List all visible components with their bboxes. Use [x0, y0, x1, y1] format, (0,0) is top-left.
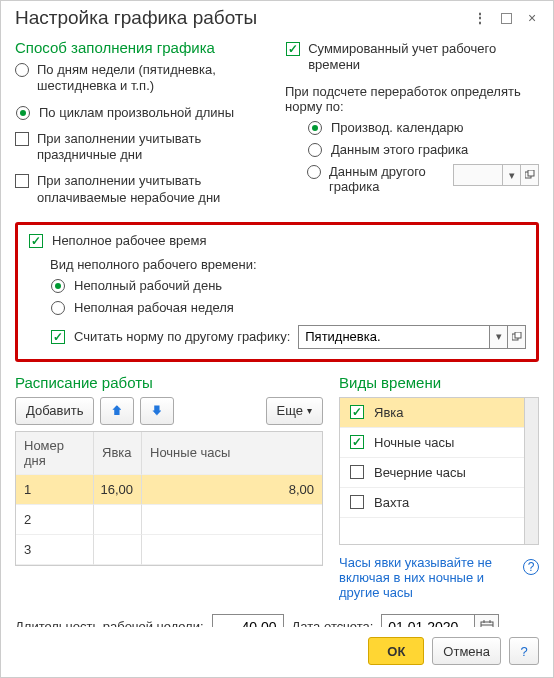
section-schedule: Расписание работы: [15, 374, 323, 391]
radio-norm-calendar[interactable]: Производ. календарю: [307, 120, 539, 136]
table-row[interactable]: 1 16,00 8,00: [16, 475, 322, 505]
kebab-icon[interactable]: ⋮: [469, 7, 491, 29]
checkbox-icon: [350, 405, 364, 419]
radio-label: Неполный рабочий день: [74, 278, 222, 294]
open-icon[interactable]: [521, 164, 539, 186]
close-icon[interactable]: ×: [521, 7, 543, 29]
col-day: Номер дня: [16, 432, 94, 475]
col-night: Ночные часы: [142, 432, 322, 475]
dropdown-icon[interactable]: ▾: [503, 164, 521, 186]
checkbox-icon: [51, 330, 65, 344]
radio-by-weekdays[interactable]: По дням недели (пятидневка, шестидневка …: [15, 62, 269, 95]
arrow-up-icon: 🡅: [111, 404, 123, 418]
move-up-button[interactable]: 🡅: [100, 397, 134, 425]
titlebar: Настройка графика работы ⋮ ×: [1, 1, 553, 31]
check-label: При заполнении учитывать оплачиваемые не…: [37, 173, 269, 206]
svg-rect-1: [528, 170, 534, 176]
maximize-icon[interactable]: [495, 7, 517, 29]
check-label: При заполнении учитывать праздничные дни: [37, 131, 269, 164]
ok-button[interactable]: ОК: [368, 637, 424, 665]
list-item[interactable]: Явка: [340, 398, 538, 428]
list-item[interactable]: Ночные часы: [340, 428, 538, 458]
checkbox-icon: [286, 42, 300, 56]
list-item[interactable]: Вахта: [340, 488, 538, 518]
norm-label: При подсчете переработок определять норм…: [285, 84, 539, 114]
arrow-down-icon: 🡇: [151, 404, 163, 418]
check-account-paid-nonwork[interactable]: При заполнении учитывать оплачиваемые не…: [15, 173, 269, 206]
radio-icon: [307, 165, 321, 179]
help-button[interactable]: ?: [509, 637, 539, 665]
check-summarized[interactable]: Суммированный учет рабочего времени: [285, 41, 539, 74]
add-button[interactable]: Добавить: [15, 397, 94, 425]
radio-icon: [308, 143, 322, 157]
week-length-label: Длительность рабочей недели:: [15, 619, 204, 627]
radio-icon: [15, 63, 29, 77]
col-att: Явка: [94, 432, 142, 475]
table-row[interactable]: 2: [16, 505, 322, 535]
list-item[interactable]: Вечерние часы: [340, 458, 538, 488]
week-length-input[interactable]: [212, 614, 284, 628]
radio-label: По дням недели (пятидневка, шестидневка …: [37, 62, 269, 95]
content: Способ заполнения графика По дням недели…: [1, 31, 553, 627]
more-button[interactable]: Еще▾: [266, 397, 323, 425]
checkbox-icon: [350, 465, 364, 479]
check-label: Неполное рабочее время: [52, 233, 206, 249]
radio-label: Производ. календарю: [331, 120, 464, 136]
help-icon[interactable]: ?: [523, 559, 539, 575]
checkbox-icon: [350, 495, 364, 509]
move-down-button[interactable]: 🡇: [140, 397, 174, 425]
calendar-icon[interactable]: [475, 614, 499, 628]
scrollbar[interactable]: [524, 398, 538, 544]
radio-part-week[interactable]: Неполная рабочая неделя: [50, 300, 526, 316]
radio-label: Данным другого графика: [329, 164, 447, 194]
radio-icon: [308, 121, 322, 135]
schedule-table[interactable]: Номер дня Явка Ночные часы 1 16,00 8,00 …: [15, 431, 323, 566]
start-date-input[interactable]: [381, 614, 475, 628]
checkbox-icon: [350, 435, 364, 449]
checkbox-icon: [15, 132, 29, 146]
radio-icon: [51, 301, 65, 315]
start-date-label: Дата отсчета:: [292, 619, 374, 627]
open-icon[interactable]: [508, 325, 526, 349]
time-types-list[interactable]: Явка Ночные часы Вечерние часы Вахта: [339, 397, 539, 545]
checkbox-icon: [29, 234, 43, 248]
parttime-group: Неполное рабочее время Вид неполного раб…: [15, 222, 539, 362]
radio-by-cycles[interactable]: По циклам произвольной длины: [15, 105, 269, 121]
chevron-down-icon: ▾: [307, 405, 312, 416]
check-parttime[interactable]: Неполное рабочее время: [28, 233, 526, 249]
svg-rect-3: [515, 332, 521, 338]
check-account-holidays[interactable]: При заполнении учитывать праздничные дни: [15, 131, 269, 164]
norm-other-input[interactable]: [298, 325, 490, 349]
radio-label: По циклам произвольной длины: [39, 105, 234, 121]
radio-icon: [51, 279, 65, 293]
dialog: Настройка графика работы ⋮ × Способ запо…: [0, 0, 554, 678]
footer: ОК Отмена ?: [1, 627, 553, 677]
check-label: Считать норму по другому графику:: [74, 329, 290, 344]
window-title: Настройка графика работы: [15, 7, 465, 29]
parttime-kind-label: Вид неполного рабочего времени:: [50, 257, 526, 272]
dropdown-icon[interactable]: ▾: [490, 325, 508, 349]
radio-label: Неполная рабочая неделя: [74, 300, 234, 316]
radio-label: Данным этого графика: [331, 142, 468, 158]
radio-part-day[interactable]: Неполный рабочий день: [50, 278, 526, 294]
cancel-button[interactable]: Отмена: [432, 637, 501, 665]
hint: Часы явки указывайте не включая в них но…: [339, 555, 539, 600]
radio-icon: [16, 106, 30, 120]
schedule-toolbar: Добавить 🡅 🡇 Еще▾: [15, 397, 323, 425]
section-fill-method: Способ заполнения графика: [15, 39, 269, 56]
other-schedule-picker[interactable]: ▾: [453, 164, 539, 186]
check-label: Суммированный учет рабочего времени: [308, 41, 539, 74]
checkbox-icon: [15, 174, 29, 188]
other-schedule-input[interactable]: [453, 164, 503, 186]
table-row[interactable]: 3: [16, 535, 322, 565]
norm-other-combo[interactable]: ▾: [298, 325, 526, 349]
section-time-types: Виды времени: [339, 374, 539, 391]
radio-norm-this-schedule[interactable]: Данным этого графика: [307, 142, 539, 158]
